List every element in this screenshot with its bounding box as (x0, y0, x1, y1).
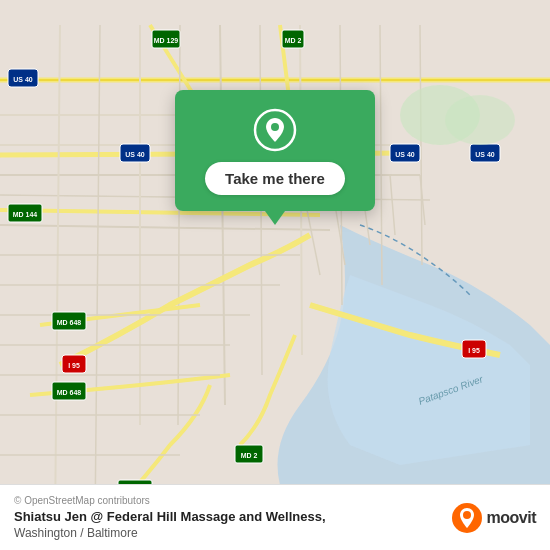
moovit-logo: moovit (451, 502, 536, 534)
svg-text:I 95: I 95 (468, 347, 480, 354)
popup-card: Take me there (175, 90, 375, 211)
svg-point-64 (271, 123, 279, 131)
moovit-icon (451, 502, 483, 534)
map-background: Patapsco River (0, 0, 550, 550)
place-name: Shiatsu Jen @ Federal Hill Massage and W… (14, 509, 441, 526)
bottom-bar: © OpenStreetMap contributors Shiatsu Jen… (0, 484, 550, 550)
svg-text:MD 648: MD 648 (57, 389, 82, 396)
take-me-there-button[interactable]: Take me there (205, 162, 345, 195)
svg-text:MD 2: MD 2 (241, 452, 258, 459)
location-pin-icon (253, 108, 297, 152)
svg-text:US 40: US 40 (125, 151, 145, 158)
svg-text:MD 144: MD 144 (13, 211, 38, 218)
place-region: Washington / Baltimore (14, 526, 441, 540)
svg-text:US 40: US 40 (395, 151, 415, 158)
svg-text:US 40: US 40 (475, 151, 495, 158)
map-container: Patapsco River (0, 0, 550, 550)
svg-text:MD 648: MD 648 (57, 319, 82, 326)
svg-text:MD 2: MD 2 (285, 37, 302, 44)
svg-point-62 (445, 95, 515, 145)
svg-point-66 (463, 511, 471, 519)
bottom-info: © OpenStreetMap contributors Shiatsu Jen… (14, 495, 441, 540)
svg-text:MD 129: MD 129 (154, 37, 179, 44)
moovit-brand-text: moovit (487, 509, 536, 527)
svg-text:US 40: US 40 (13, 76, 33, 83)
svg-text:I 95: I 95 (68, 362, 80, 369)
copyright-text: © OpenStreetMap contributors (14, 495, 441, 506)
